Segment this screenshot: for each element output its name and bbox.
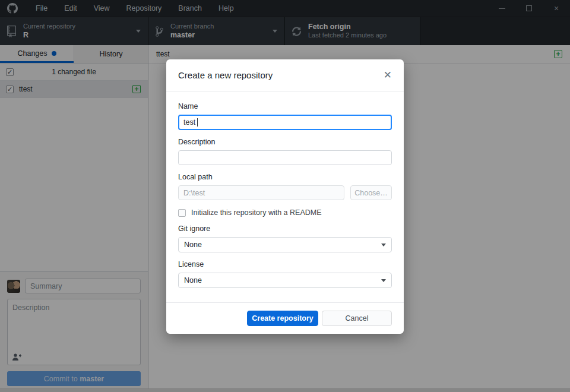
description-input[interactable] xyxy=(178,150,392,165)
readme-checkbox-label: Initialize this repository with a README xyxy=(191,208,322,217)
description-label: Description xyxy=(178,138,392,146)
text-cursor xyxy=(197,118,198,127)
chevron-down-icon xyxy=(381,279,386,282)
name-label: Name xyxy=(178,102,392,110)
dialog-title: Create a new repository xyxy=(178,70,273,80)
dialog-body: Name Description Local path Choose… xyxy=(166,91,404,302)
license-label: License xyxy=(178,260,392,268)
dialog-footer: Create repository Cancel xyxy=(166,302,404,334)
gitignore-select[interactable]: None xyxy=(178,237,392,252)
github-desktop-window: File Edit View Repository Branch Help × … xyxy=(0,0,570,392)
license-select[interactable]: None xyxy=(178,273,392,288)
dialog-close-icon[interactable]: ✕ xyxy=(384,70,392,80)
chevron-down-icon xyxy=(381,244,386,246)
create-repository-button[interactable]: Create repository xyxy=(247,311,318,326)
readme-checkbox[interactable] xyxy=(178,209,186,217)
local-path-label: Local path xyxy=(178,173,392,181)
name-input[interactable] xyxy=(178,115,392,130)
cancel-button[interactable]: Cancel xyxy=(322,311,392,326)
gitignore-selected-value: None xyxy=(184,241,202,249)
license-selected-value: None xyxy=(184,276,202,284)
create-repository-dialog: Create a new repository ✕ Name Descripti… xyxy=(166,59,404,334)
gitignore-label: Git ignore xyxy=(178,225,392,233)
local-path-input[interactable] xyxy=(178,185,344,200)
choose-path-button[interactable]: Choose… xyxy=(350,185,392,200)
dialog-header: Create a new repository ✕ xyxy=(166,59,404,91)
